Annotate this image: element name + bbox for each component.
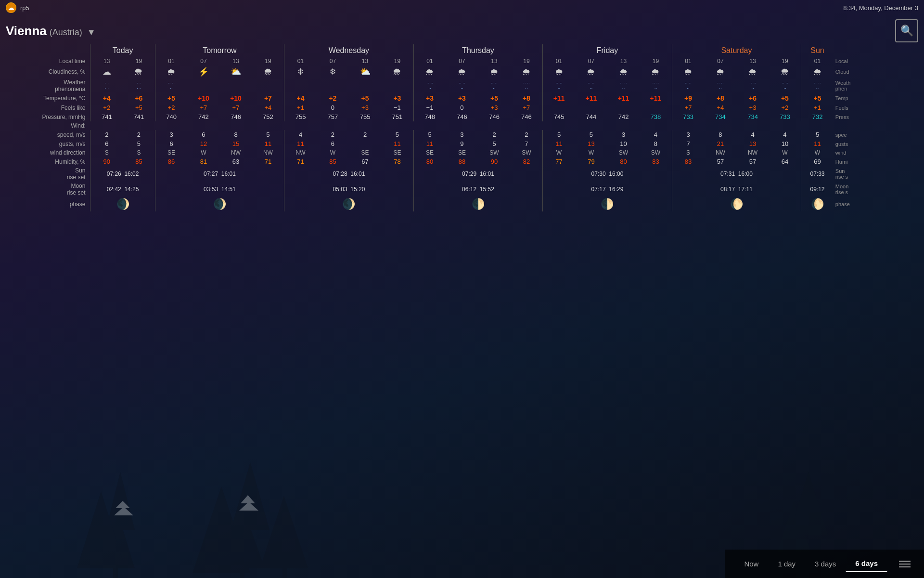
temp-16: +11 (607, 93, 640, 103)
location-bar: Vienna (Austria) ▼ 🔍 (0, 15, 924, 44)
pres-17: 738 (640, 112, 672, 121)
time-22: 01 (801, 57, 834, 66)
nav-6days[interactable]: 6 days (846, 555, 887, 572)
time-4: 13 (219, 57, 252, 66)
moon-phase-row: phase 🌒 🌒 🌒 🌓 🌓 🌔 🌔 phase (0, 197, 924, 211)
pres-19: 734 (704, 112, 736, 121)
wind-direction-label: wind direction (0, 148, 90, 157)
temp-18: +9 (672, 93, 704, 103)
nav-3days[interactable]: 3 days (805, 556, 846, 572)
temp-4: +10 (219, 93, 252, 103)
hum-16: 80 (607, 157, 640, 166)
temp-20: +6 (736, 93, 769, 103)
cloud-9: 🌨 (381, 66, 413, 78)
hum-15: 79 (575, 157, 607, 166)
wg-16: 10 (607, 139, 640, 148)
wg-9: 11 (381, 139, 413, 148)
wg-20: 13 (736, 139, 769, 148)
pres-6: 755 (284, 112, 317, 121)
wg-17: 8 (640, 139, 672, 148)
wd-5: NW (252, 148, 284, 157)
wind-gusts-label: gusts, m/s (0, 139, 90, 148)
cloudiness-row: Cloudiness, % ☁ 🌨 🌧 ⚡ ⛅ 🌨 ❄ ❄ ⛅ 🌨 🌧 🌧 🌧 … (0, 66, 924, 78)
feels-like-row: Feels like +2 +5 +2 +7 +7 +4 +1 0 +3 −1 … (0, 103, 924, 112)
time-9: 19 (381, 57, 413, 66)
phen-label-right: Weathphen (834, 78, 924, 93)
mphase-label-right: phase (834, 197, 924, 211)
ws-18: 3 (672, 130, 704, 139)
feels-7: 0 (317, 103, 349, 112)
time-row: Local time 13 19 01 07 13 19 01 07 13 19… (0, 57, 924, 66)
feels-15 (575, 103, 607, 112)
mphase-4: 🌓 (543, 197, 672, 211)
wg-13: 7 (511, 139, 543, 148)
day-friday: Friday (543, 44, 672, 57)
hum-21: 64 (769, 157, 801, 166)
hum-9: 78 (381, 157, 413, 166)
wg-18: 7 (672, 139, 704, 148)
mphase-1: 🌒 (155, 197, 284, 211)
moon-2: 05:03 15:20 (284, 182, 414, 197)
wd-3: W (187, 148, 219, 157)
sun-label: Sunrise set (0, 166, 90, 182)
temp-2: +5 (155, 93, 187, 103)
pres-15: 744 (575, 112, 607, 121)
moon-4: 07:17 16:29 (543, 182, 672, 197)
phen-5 (252, 78, 284, 93)
hum-5: 71 (252, 157, 284, 166)
pressure-row: Pressure, mmHg 741 741 740 742 746 752 7… (0, 112, 924, 121)
temp-8: +5 (349, 93, 381, 103)
feels-like-label: Feels like (0, 103, 90, 112)
time-10: 01 (413, 57, 446, 66)
feels-17 (640, 103, 672, 112)
day-tomorrow: Tomorrow (155, 44, 284, 57)
wg-1: 5 (123, 139, 155, 148)
hum-11: 88 (446, 157, 478, 166)
feels-22: +1 (801, 103, 834, 112)
location-dropdown-icon[interactable]: ▼ (87, 27, 96, 38)
temp-9: +3 (381, 93, 413, 103)
phen-7 (317, 78, 349, 93)
wind-speed-label: speed, m/s (0, 130, 90, 139)
cloud-12: 🌧 (478, 66, 510, 78)
time-6: 01 (284, 57, 317, 66)
wd-11: SE (446, 148, 478, 157)
city-name[interactable]: Vienna (6, 24, 47, 39)
wg-12: 5 (478, 139, 510, 148)
bottom-nav: Now 1 day 3 days 6 days (725, 550, 924, 578)
hum-6: 71 (284, 157, 317, 166)
menu-line-1 (899, 561, 911, 562)
temperature-label: Temperature, °C (0, 93, 90, 103)
menu-button[interactable] (895, 559, 914, 569)
search-button[interactable]: 🔍 (895, 19, 918, 42)
pres-label-right: Press (834, 112, 924, 121)
sun-3: 07:29 16:01 (413, 166, 543, 182)
time-16: 13 (607, 57, 640, 66)
temp-15: +11 (575, 93, 607, 103)
cloud-11: 🌧 (446, 66, 478, 78)
pres-21: 733 (769, 112, 801, 121)
feels-14 (543, 103, 575, 112)
nav-now[interactable]: Now (734, 556, 768, 572)
temp-21: +5 (769, 93, 801, 103)
phen-2: ·· ···· (155, 78, 187, 93)
feels-1: +5 (123, 103, 155, 112)
nav-1day[interactable]: 1 day (768, 556, 805, 572)
mphase-6: 🌔 (801, 197, 834, 211)
feels-3: +7 (187, 103, 219, 112)
weather-table-container: Today Tomorrow Wednesday Thursday Friday… (0, 44, 924, 211)
wd-13: SW (511, 148, 543, 157)
moon-3: 06:12 15:52 (413, 182, 543, 197)
time-12: 13 (478, 57, 510, 66)
wd-10: SE (413, 148, 446, 157)
wind-section-label: Wind: (0, 121, 90, 130)
cloud-7: ❄ (317, 66, 349, 78)
pres-7: 757 (317, 112, 349, 121)
wind-gusts-row: gusts, m/s 6 5 6 12 15 11 11 6 11 11 9 5… (0, 139, 924, 148)
moon-5: 08:17 17:11 (672, 182, 801, 197)
pres-3: 742 (187, 112, 219, 121)
phen-12: ·· ···· (478, 78, 510, 93)
wind-speed-row: speed, m/s 2 2 3 6 8 5 4 2 2 5 5 3 2 2 5 (0, 130, 924, 139)
ws-13: 2 (511, 130, 543, 139)
mphase-3: 🌓 (413, 197, 543, 211)
